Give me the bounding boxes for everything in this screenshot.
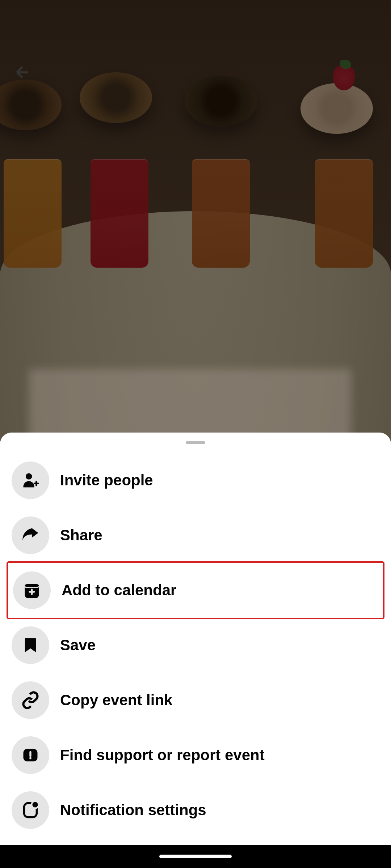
menu-item-label: Invite people: [60, 472, 153, 489]
invite-people-item[interactable]: Invite people: [0, 453, 391, 508]
svg-point-0: [26, 473, 32, 480]
arrow-left-icon: [13, 63, 32, 82]
link-icon: [12, 681, 49, 719]
copy-link-item[interactable]: Copy event link: [0, 673, 391, 728]
save-item[interactable]: Save: [0, 618, 391, 673]
report-item[interactable]: Find support or report event: [0, 728, 391, 783]
report-icon: [12, 736, 49, 774]
menu-item-label: Add to calendar: [62, 582, 176, 599]
drag-handle[interactable]: [186, 441, 205, 444]
svg-point-6: [31, 801, 39, 808]
menu-item-label: Copy event link: [60, 692, 172, 709]
menu-item-label: Notification settings: [60, 801, 206, 819]
share-item[interactable]: Share: [0, 508, 391, 563]
svg-rect-3: [25, 584, 39, 587]
android-nav-bar: [0, 845, 391, 868]
home-indicator[interactable]: [159, 855, 232, 858]
bookmark-icon: [12, 626, 49, 664]
add-to-calendar-item[interactable]: Add to calendar: [7, 561, 384, 619]
action-sheet: Invite people Share Add to calendar: [0, 433, 391, 845]
menu-item-label: Save: [60, 637, 96, 654]
notification-icon: [12, 791, 49, 829]
back-button[interactable]: [12, 61, 33, 83]
invite-people-icon: [12, 461, 49, 499]
menu-item-label: Share: [60, 527, 102, 544]
menu-item-label: Find support or report event: [60, 746, 265, 764]
share-icon: [12, 516, 49, 554]
calendar-add-icon: [13, 571, 51, 609]
notification-settings-item[interactable]: Notification settings: [0, 783, 391, 838]
